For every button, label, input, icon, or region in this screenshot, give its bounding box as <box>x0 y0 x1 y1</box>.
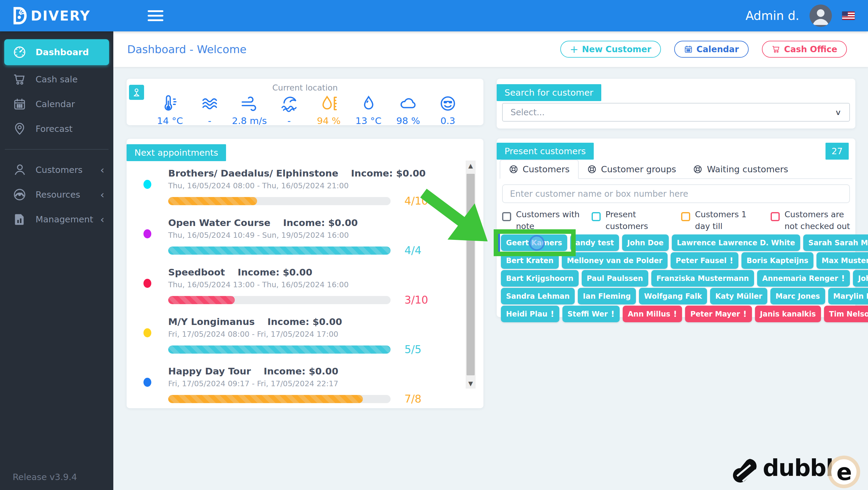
checkbox-icon[interactable] <box>681 212 690 221</box>
customer-button-melloney-van-de-polder[interactable]: Melloney van de Polder <box>562 252 668 269</box>
customer-name: Bart Krijgshoorn <box>506 274 574 283</box>
customer-button-john-doe[interactable]: John Doe <box>622 234 669 251</box>
filter-label: Customers with note <box>516 208 584 232</box>
customer-search-input[interactable] <box>502 184 850 203</box>
cash-office-button[interactable]: Cash Office <box>762 41 847 58</box>
tab-label: Customer groups <box>601 164 676 174</box>
customer-name: Bert Kraten <box>506 256 554 265</box>
customer-button-john-doe[interactable]: John Doe! <box>853 270 868 287</box>
scrollbar-thumb[interactable] <box>467 174 475 375</box>
checkbox-icon[interactable] <box>592 212 601 221</box>
customer-button-heidi-plau[interactable]: Heidi Plau! <box>501 306 559 322</box>
customer-select[interactable]: Select... ∨ <box>502 103 850 122</box>
appointments-badge: Next appointments <box>127 144 226 161</box>
customer-button-franziska-mustermann[interactable]: Franziska Mustermann <box>651 270 754 287</box>
appointment-item[interactable]: Brothers/ Daedalus/ ElphinstoneIncome: $… <box>127 168 484 207</box>
pin-icon <box>13 122 27 136</box>
user-name[interactable]: Admin d. <box>746 9 799 23</box>
sidebar-item-dashboard[interactable]: Dashboard <box>4 39 109 65</box>
customer-button-lawrence-lawrence-d-white[interactable]: Lawrence Lawrence D. White <box>672 234 800 251</box>
customer-name: Ian Fleming <box>583 292 631 300</box>
search-customer-panel: Search for customer Select... ∨ <box>497 79 855 128</box>
avatar[interactable] <box>809 4 832 27</box>
chevron-left-icon: ‹ <box>100 214 104 225</box>
customer-button-max-mustermann[interactable]: Max Mustermann <box>816 252 868 269</box>
sidebar-item-resources[interactable]: Resources‹ <box>0 182 113 207</box>
customer-button-tim-nelson[interactable]: Tim Nelson! <box>824 306 868 322</box>
alert-exclamation: ! <box>743 309 747 319</box>
customer-button-peter-fausel[interactable]: Peter Fausel! <box>671 252 738 269</box>
cart-icon <box>772 45 781 54</box>
cloud-icon <box>399 94 417 113</box>
scrollbar-down-icon[interactable]: ▼ <box>466 378 475 388</box>
customer-name: Franziska Mustermann <box>656 274 749 283</box>
customer-button-bart-krijgshoorn[interactable]: Bart Krijgshoorn <box>501 270 579 287</box>
customer-button-sarah-sarah-m-torre[interactable]: Sarah Sarah M. Torre <box>803 234 868 251</box>
tab-waiting-customers[interactable]: Waiting customers <box>684 160 797 179</box>
language-flag-icon[interactable] <box>842 11 855 20</box>
customer-button-steffi-wer[interactable]: Steffi Wer! <box>562 306 620 322</box>
appointment-item[interactable]: SpeedbootIncome: $0.00Thu, 16/05/2024 13… <box>127 267 484 306</box>
appointment-item[interactable]: Happy Day TourIncome: $0.00Fri, 17/05/20… <box>127 366 484 405</box>
appointment-income: Income: $0.00 <box>267 316 342 327</box>
weather-metric-value: 94 % <box>317 115 341 126</box>
checkbox-icon[interactable] <box>502 212 511 221</box>
scrollbar-up-icon[interactable]: ▲ <box>466 161 475 171</box>
customer-name: Sandra Lehman <box>506 292 569 300</box>
appointment-fraction: 4/4 <box>404 244 421 256</box>
location-pin-icon <box>132 87 141 97</box>
customer-name: Tim Nelson <box>829 310 868 318</box>
hamburger-menu-icon[interactable] <box>148 7 163 24</box>
appointment-color-dot <box>144 180 151 189</box>
appointment-fraction: 5/5 <box>404 343 421 355</box>
customer-name: Katy Müller <box>715 292 762 300</box>
appointment-body: Open Water CourseIncome: $0.00Thu, 16/05… <box>168 217 484 256</box>
alert-exclamation: ! <box>611 309 615 319</box>
customer-button-peter-mayer[interactable]: Peter Mayer! <box>685 306 752 322</box>
customer-name: John Doe <box>627 239 664 247</box>
sidebar-item-cash-sale[interactable]: Cash sale <box>0 67 113 92</box>
tab-customers[interactable]: Customers <box>500 160 579 179</box>
customer-button-annemaria-renger[interactable]: Annemaria Renger! <box>757 270 850 287</box>
sidebar-item-customers[interactable]: Customers‹ <box>0 157 113 182</box>
progress-fill <box>168 395 363 403</box>
customer-button-boris-kapteijns[interactable]: Boris Kapteijns <box>741 252 813 269</box>
customer-row: Heidi Plau!Steffi Wer!Ann Millus!Peter M… <box>501 306 852 322</box>
checkbox-icon[interactable] <box>771 212 780 221</box>
customer-button-geert-kamers[interactable]: Geert Kamers <box>501 234 567 251</box>
customer-button-andy-test[interactable]: andy test <box>570 234 619 251</box>
customer-button-wolfgang-falk[interactable]: Wolfgang Falk <box>639 288 707 305</box>
customer-button-paul-paulssen[interactable]: Paul Paulssen <box>582 270 648 287</box>
wind-icon <box>240 94 258 113</box>
cart-icon <box>13 73 27 86</box>
appointment-name: Happy Day Tour <box>168 366 251 377</box>
sidebar-item-management[interactable]: Management‹ <box>0 207 113 232</box>
customer-button-marylin-miller[interactable]: Marylin Miller! <box>828 288 868 305</box>
weather-metric: - <box>192 94 228 126</box>
customer-name: Sarah Sarah M. Torre <box>808 239 868 247</box>
customer-name: Marc Jones <box>775 292 820 300</box>
customer-button-bert-kraten[interactable]: Bert Kraten <box>501 252 559 269</box>
customer-button-janis-kanalkis[interactable]: Janis kanalkis <box>755 306 821 322</box>
calendar-button[interactable]: Calendar <box>674 41 749 58</box>
dubble-wordmark: dubble <box>763 454 857 485</box>
content-area: Current location 14 °C-2.8 m/s-94 %13 °C… <box>113 67 868 490</box>
lifebuoy-icon <box>587 165 597 174</box>
appointment-item[interactable]: Open Water CourseIncome: $0.00Thu, 16/05… <box>127 217 484 256</box>
customer-button-marc-jones[interactable]: Marc Jones <box>770 288 825 305</box>
new-customer-button[interactable]: +New Customer <box>560 41 661 58</box>
customer-button-ann-millus[interactable]: Ann Millus! <box>623 306 682 322</box>
customer-button-sandra-lehman[interactable]: Sandra Lehman <box>501 288 575 305</box>
tab-customer-groups[interactable]: Customer groups <box>579 160 684 179</box>
customer-button-katy-m-ller[interactable]: Katy Müller <box>710 288 767 305</box>
appointment-name: M/Y Longimanus <box>168 316 255 327</box>
customer-button-ian-fleming[interactable]: Ian Fleming <box>578 288 636 305</box>
customer-name: Paul Paulssen <box>587 274 643 283</box>
sidebar-item-label: Dashboard <box>36 47 89 57</box>
appointment-item[interactable]: M/Y LongimanusIncome: $0.00Fri, 17/05/20… <box>127 316 484 355</box>
button-label: New Customer <box>582 45 651 54</box>
sidebar-item-forecast[interactable]: Forecast <box>0 116 113 141</box>
appointments-scrollbar[interactable]: ▲ ▼ <box>466 161 475 388</box>
customer-row: Bert KratenMelloney van de PolderPeter F… <box>501 252 852 269</box>
sidebar-item-calendar[interactable]: Calendar <box>0 92 113 116</box>
